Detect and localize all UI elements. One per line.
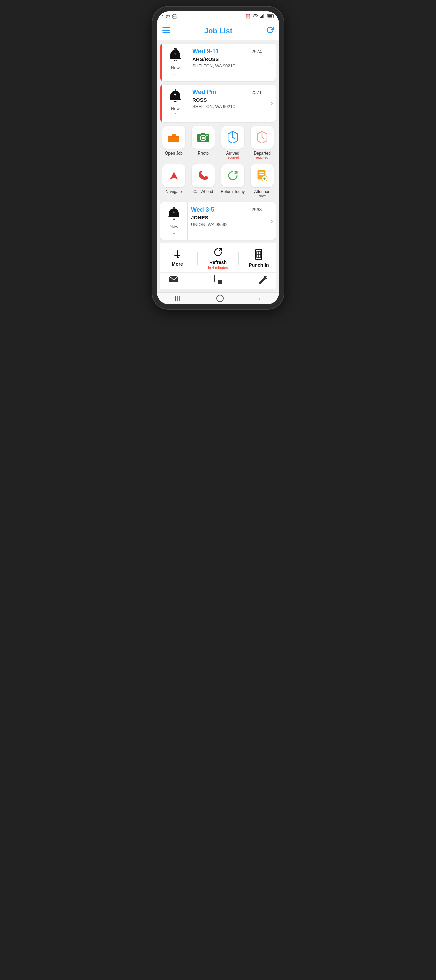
job-chevron-1[interactable]: ⌄ bbox=[174, 72, 177, 76]
status-time: 1:27 bbox=[162, 14, 171, 19]
status-bar: 1:27 💬 ⏰ bbox=[157, 11, 279, 22]
refresh-action[interactable]: Refresh in 4 minutes bbox=[204, 247, 232, 270]
refresh-sublabel: in 4 minutes bbox=[208, 266, 228, 270]
action-departed[interactable]: Departed required bbox=[249, 126, 276, 159]
photo-icon-box bbox=[192, 126, 215, 149]
action-return-today[interactable]: Return Today bbox=[219, 164, 246, 198]
svg-point-31 bbox=[173, 207, 174, 208]
mail-icon[interactable] bbox=[169, 276, 178, 285]
svg-rect-21 bbox=[201, 133, 205, 134]
svg-text:⌄: ⌄ bbox=[176, 253, 180, 259]
job-card-2[interactable]: + New ⌃ Wed Pm 2571 ROSS SHELTON, WA 902… bbox=[160, 84, 276, 122]
nav-bar: ||| ‹ bbox=[157, 292, 279, 304]
job-card-1[interactable]: + New ⌄ Wed 9-11 2574 AHS/ROSS SHELTON, … bbox=[160, 44, 276, 81]
job-1-address: SHELTON, WA 90210 bbox=[192, 63, 262, 68]
action-open-job[interactable]: Open Job bbox=[160, 126, 187, 159]
job-1-header: Wed 9-11 2574 bbox=[192, 48, 262, 55]
job-bell-icon-2: + bbox=[169, 89, 181, 105]
job-3-day: Wed 3-5 bbox=[191, 206, 214, 213]
nav-back-icon[interactable]: ‹ bbox=[259, 294, 262, 302]
punchin-label: Punch In bbox=[249, 262, 268, 268]
refresh-icon bbox=[213, 247, 223, 259]
alarm-icon: ⏰ bbox=[245, 14, 251, 19]
svg-rect-7 bbox=[162, 27, 171, 28]
bottom-divider-4 bbox=[240, 275, 240, 285]
nav-recents-icon[interactable]: ||| bbox=[174, 295, 180, 301]
phone-screen: 1:27 💬 ⏰ Job List bbox=[157, 11, 279, 304]
job-card-2-content: Wed Pm 2571 ROSS SHELTON, WA 90210 bbox=[189, 84, 265, 122]
action-arrived[interactable]: Arrived required bbox=[219, 126, 246, 159]
app-refresh-icon[interactable] bbox=[266, 26, 274, 35]
action-attention-note[interactable]: + Attention Note bbox=[249, 164, 276, 198]
arrived-sublabel: required bbox=[227, 156, 239, 159]
svg-rect-5 bbox=[268, 15, 272, 17]
action-navigate[interactable]: Navigate bbox=[160, 164, 187, 198]
svg-rect-17 bbox=[168, 136, 179, 137]
job-card-1-content: Wed 9-11 2574 AHS/ROSS SHELTON, WA 90210 bbox=[189, 44, 265, 81]
call-ahead-label: Call Ahead bbox=[193, 189, 213, 194]
job-bell-icon-3: + bbox=[168, 207, 180, 223]
return-today-icon-box bbox=[221, 164, 244, 187]
svg-rect-8 bbox=[162, 30, 171, 31]
job-status-3: New bbox=[169, 224, 178, 229]
add-doc-icon[interactable] bbox=[214, 275, 222, 286]
bottom-bar-row2 bbox=[160, 272, 276, 288]
job-chevron-2[interactable]: ⌃ bbox=[174, 113, 177, 117]
job-card-2-left: + New ⌃ bbox=[162, 84, 189, 122]
job-status-2: New bbox=[171, 106, 180, 111]
phone-frame: 1:27 💬 ⏰ Job List bbox=[152, 7, 284, 309]
action-call-ahead[interactable]: Call Ahead bbox=[190, 164, 217, 198]
job-bell-icon-1: + bbox=[169, 48, 181, 64]
job-3-address: UNION, WA 98592 bbox=[191, 222, 262, 227]
attention-note-label: Attention Note bbox=[254, 189, 270, 198]
job-3-arrow-container[interactable]: › bbox=[265, 202, 276, 240]
more-icon: ⌃ ⌄ bbox=[173, 250, 181, 261]
departed-sublabel: required bbox=[254, 156, 271, 159]
svg-rect-1 bbox=[262, 16, 262, 18]
job-1-day: Wed 9-11 bbox=[192, 48, 219, 55]
job-chevron-3[interactable]: ⌄ bbox=[172, 230, 176, 235]
svg-rect-3 bbox=[264, 14, 265, 18]
job-1-arrow-icon: › bbox=[271, 59, 273, 66]
punchin-icon bbox=[255, 250, 263, 262]
job-1-name: AHS/ROSS bbox=[192, 56, 262, 62]
job-3-name: JONES bbox=[191, 215, 262, 221]
arrived-icon-box bbox=[221, 126, 244, 149]
app-title: Job List bbox=[204, 27, 233, 35]
job-2-arrow-container[interactable]: › bbox=[265, 84, 276, 122]
call-ahead-icon-box bbox=[192, 164, 215, 187]
arrived-label: Arrived required bbox=[227, 151, 239, 159]
punchin-action[interactable]: Punch In bbox=[245, 250, 272, 268]
open-job-label: Open Job bbox=[165, 151, 183, 156]
svg-rect-0 bbox=[260, 17, 261, 18]
svg-text:+: + bbox=[263, 176, 266, 181]
departed-icon-box bbox=[251, 126, 274, 149]
job-1-number: 2574 bbox=[251, 49, 262, 54]
svg-text:+: + bbox=[172, 210, 175, 215]
action-grid-row2: Navigate Call Ahead bbox=[160, 164, 276, 199]
job-status-1: New bbox=[171, 65, 180, 70]
refresh-label: Refresh bbox=[209, 259, 227, 265]
svg-rect-2 bbox=[262, 15, 264, 18]
bottom-bar: ⌃ ⌄ More bbox=[160, 243, 276, 289]
svg-text:+: + bbox=[174, 92, 176, 97]
svg-point-22 bbox=[206, 135, 208, 136]
photo-label: Photo bbox=[198, 151, 209, 156]
action-grid-row1: Open Job Photo bbox=[160, 125, 276, 160]
wrench-icon[interactable] bbox=[258, 275, 267, 286]
job-card-1-left: + New ⌄ bbox=[162, 44, 189, 81]
navigate-icon-box bbox=[162, 164, 185, 187]
job-1-arrow-container[interactable]: › bbox=[265, 44, 276, 81]
wifi-icon bbox=[253, 14, 258, 19]
job-card-3[interactable]: + New ⌄ Wed 3-5 2568 JONES UNION, WA 985… bbox=[160, 202, 276, 240]
nav-home-icon[interactable] bbox=[216, 294, 224, 302]
menu-icon[interactable] bbox=[162, 27, 171, 35]
job-2-header: Wed Pm 2571 bbox=[192, 89, 262, 95]
svg-point-20 bbox=[202, 137, 204, 139]
job-2-arrow-icon: › bbox=[271, 99, 273, 107]
action-photo[interactable]: Photo bbox=[190, 126, 217, 159]
battery-icon bbox=[267, 14, 274, 19]
more-action[interactable]: ⌃ ⌄ More bbox=[164, 250, 191, 267]
status-left: 1:27 💬 bbox=[162, 14, 177, 19]
job-3-header: Wed 3-5 2568 bbox=[191, 206, 262, 213]
